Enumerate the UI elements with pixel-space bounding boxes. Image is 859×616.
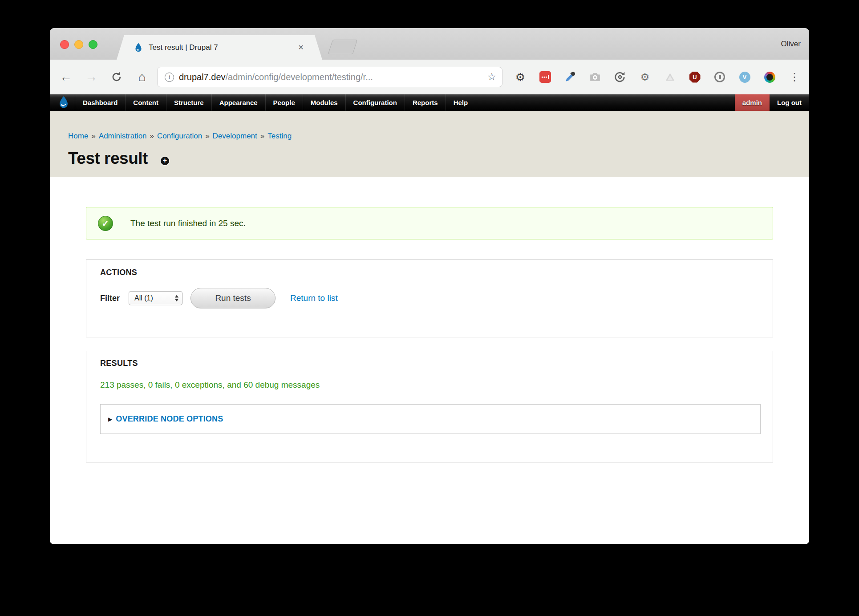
override-node-options-group[interactable]: ▶ OVERRIDE NODE OPTIONS xyxy=(100,404,761,434)
url-text: drupal7.dev/admin/config/development/tes… xyxy=(179,72,373,82)
ublock-origin-icon[interactable]: U xyxy=(689,71,701,83)
extension-row: ⚙ ••• ⚙ U V ⋮ xyxy=(515,60,800,94)
toolbar-account-admin[interactable]: admin xyxy=(735,94,770,111)
toolbar-item-people[interactable]: People xyxy=(265,94,303,111)
toolbar-item-appearance[interactable]: Appearance xyxy=(211,94,265,111)
new-tab-button[interactable] xyxy=(328,40,358,54)
return-to-list-link[interactable]: Return to list xyxy=(290,293,338,303)
eyedropper-icon[interactable] xyxy=(564,71,576,83)
breadcrumb-testing[interactable]: Testing xyxy=(267,132,292,140)
results-summary: 213 passes, 0 fails, 0 exceptions, and 6… xyxy=(100,380,761,390)
bookmark-star-icon[interactable]: ☆ xyxy=(487,71,496,83)
browser-window: Test result | Drupal 7 × Oliver ← → ⌂ i … xyxy=(50,28,809,544)
toolbar-item-content[interactable]: Content xyxy=(125,94,166,111)
select-arrows-icon xyxy=(175,295,178,302)
reload-icon[interactable] xyxy=(110,70,123,84)
url-host: drupal7.dev xyxy=(179,72,226,82)
toolbar-item-dashboard[interactable]: Dashboard xyxy=(75,94,125,111)
contextual-add-icon[interactable]: + xyxy=(160,156,170,166)
camera-lens-icon[interactable] xyxy=(764,71,775,83)
forward-icon[interactable]: → xyxy=(85,70,98,84)
keyhole-lock-icon[interactable] xyxy=(714,71,725,83)
toolbar-spacer xyxy=(475,94,735,111)
close-window-button[interactable] xyxy=(60,40,69,49)
filter-select-value: All (1) xyxy=(134,294,153,302)
breadcrumb-development[interactable]: Development xyxy=(213,132,257,140)
back-icon[interactable]: ← xyxy=(59,70,73,84)
override-node-options-title[interactable]: OVERRIDE NODE OPTIONS xyxy=(116,414,223,424)
breadcrumb-administration[interactable]: Administration xyxy=(99,132,147,140)
page-title-row: Test result + xyxy=(68,149,170,168)
address-bar[interactable]: i drupal7.dev/admin/config/development/t… xyxy=(157,67,502,87)
breadcrumb-separator: » xyxy=(260,132,264,140)
chrome-profile-button[interactable]: Oliver xyxy=(781,28,801,60)
page-content: ✓ The test run finished in 25 sec. ACTIO… xyxy=(50,177,809,544)
site-info-icon[interactable]: i xyxy=(165,73,174,82)
window-controls xyxy=(60,40,97,49)
breadcrumb-separator: » xyxy=(91,132,95,140)
run-tests-button[interactable]: Run tests xyxy=(190,288,276,308)
nav-buttons: ← → ⌂ xyxy=(59,60,149,94)
titlebar: Test result | Drupal 7 × Oliver xyxy=(50,28,809,60)
drupal-logo-icon[interactable] xyxy=(57,96,70,109)
page-title: Test result xyxy=(68,149,148,168)
stylus-gear-icon[interactable]: ⚙ xyxy=(639,71,651,83)
toolbar-item-modules[interactable]: Modules xyxy=(303,94,345,111)
page-header: Home»Administration»Configuration»Develo… xyxy=(50,111,809,177)
browser-tab[interactable]: Test result | Drupal 7 × xyxy=(117,35,322,60)
minimize-window-button[interactable] xyxy=(74,40,83,49)
screenshot-camera-icon[interactable] xyxy=(589,71,601,83)
results-legend: RESULTS xyxy=(100,359,761,368)
home-icon[interactable]: ⌂ xyxy=(135,70,149,84)
filter-label: Filter xyxy=(100,294,120,303)
actions-fieldset: ACTIONS Filter All (1) Run tests Return … xyxy=(86,259,773,337)
url-path: /admin/config/development/testing/r... xyxy=(226,72,373,82)
toolbar-item-reports[interactable]: Reports xyxy=(405,94,446,111)
chrome-menu-icon[interactable]: ⋮ xyxy=(789,71,800,83)
actions-legend: ACTIONS xyxy=(100,268,759,277)
toolbar-logout[interactable]: Log out xyxy=(770,94,809,111)
drupal-favicon-icon xyxy=(134,43,143,53)
breadcrumb-separator: » xyxy=(150,132,154,140)
lastpass-icon[interactable]: ••• xyxy=(539,71,551,83)
toolbar-item-configuration[interactable]: Configuration xyxy=(345,94,405,111)
toolbar-item-help[interactable]: Help xyxy=(446,94,476,111)
actions-row: Filter All (1) Run tests Return to list xyxy=(100,288,759,308)
tab-title: Test result | Drupal 7 xyxy=(149,43,218,52)
drupal-admin-toolbar: Dashboard Content Structure Appearance P… xyxy=(50,94,809,111)
settings-gear-icon[interactable]: ⚙ xyxy=(515,71,526,83)
browser-toolbar: ← → ⌂ i drupal7.dev/admin/config/develop… xyxy=(50,60,809,94)
collapse-arrow-icon: ▶ xyxy=(108,416,112,422)
google-drive-icon[interactable] xyxy=(664,71,676,83)
status-message-text: The test run finished in 25 sec. xyxy=(130,219,246,228)
toolbar-item-structure[interactable]: Structure xyxy=(166,94,211,111)
zoom-window-button[interactable] xyxy=(89,40,97,49)
tab-close-icon[interactable]: × xyxy=(298,42,304,53)
breadcrumb-configuration[interactable]: Configuration xyxy=(157,132,202,140)
breadcrumb-separator: » xyxy=(205,132,209,140)
results-fieldset: RESULTS 213 passes, 0 fails, 0 exception… xyxy=(86,351,773,462)
filter-select[interactable]: All (1) xyxy=(129,291,182,305)
status-check-icon: ✓ xyxy=(98,216,113,231)
breadcrumb-home[interactable]: Home xyxy=(68,132,88,140)
status-message: ✓ The test run finished in 25 sec. xyxy=(86,207,773,239)
vimium-icon[interactable]: V xyxy=(739,71,750,83)
breadcrumb: Home»Administration»Configuration»Develo… xyxy=(68,132,292,141)
page-refresh-icon[interactable] xyxy=(614,71,626,83)
